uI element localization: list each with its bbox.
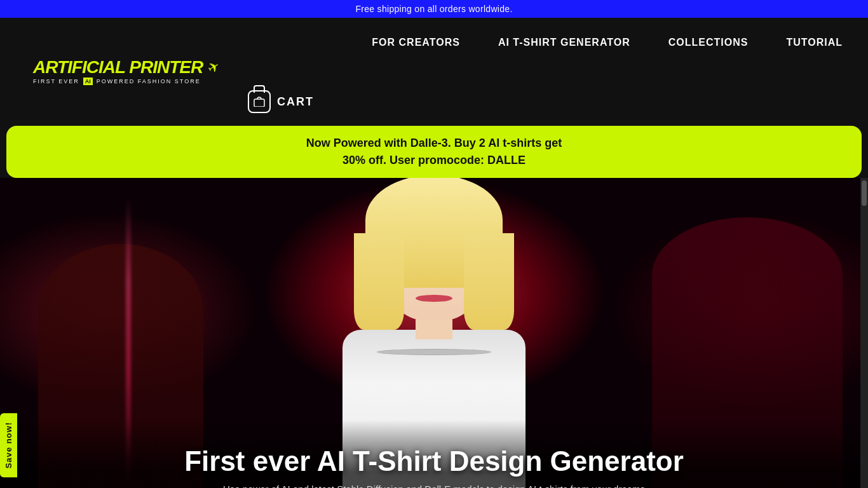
promo-line2: 30% off. User promocode: DALLE <box>19 152 849 169</box>
logo-area[interactable]: ARTIFICIAL PRINTER ✈ FIRST EVER AI POWER… <box>25 53 227 90</box>
svg-rect-0 <box>254 99 264 107</box>
logo-text-powered: POWERED FASHION STORE <box>97 79 201 85</box>
promo-banner: Now Powered with Dalle-3. Buy 2 AI t-shi… <box>6 126 862 178</box>
hero-subtitle: Use power of AI and latest Stable Diffus… <box>13 484 855 488</box>
promo-line1: Now Powered with Dalle-3. Buy 2 AI t-shi… <box>19 135 849 152</box>
hair-right <box>464 233 514 330</box>
logo-text-sub-first: FIRST EVER <box>33 79 79 85</box>
page-wrapper: Free shipping on all orders worldwide. A… <box>0 0 868 488</box>
logo-text-main: ARTIFICIAL PRINTER <box>33 58 203 76</box>
cart-svg-icon <box>254 97 265 107</box>
nav-top-row: FOR CREATORS AI T-SHIRT GENERATOR COLLEC… <box>372 37 843 48</box>
logo-main-line: ARTIFICIAL PRINTER ✈ <box>33 58 219 76</box>
hero-section: Save now! First ever AI T-Shirt Design G… <box>0 178 868 488</box>
save-now-label: Save now! <box>4 422 13 468</box>
cart-label[interactable]: CART <box>277 95 314 109</box>
necklace <box>377 349 491 355</box>
logo-sub-line: FIRST EVER AI POWERED FASHION STORE <box>33 78 219 85</box>
hero-bottom-overlay: First ever AI T-Shirt Design Generator U… <box>0 420 868 488</box>
logo-ai-badge: AI <box>83 78 93 85</box>
scroll-thumb[interactable] <box>862 180 867 206</box>
cart-area[interactable]: CART <box>248 90 314 113</box>
hero-title: First ever AI T-Shirt Design Generator <box>13 445 855 477</box>
nav-item-ai-generator[interactable]: AI T-SHIRT GENERATOR <box>498 37 630 48</box>
hair-left <box>354 233 404 330</box>
lips <box>416 295 452 302</box>
nav-item-collections[interactable]: COLLECTIONS <box>668 37 749 48</box>
announcement-bar: Free shipping on all orders worldwide. <box>0 0 868 18</box>
logo-box[interactable]: ARTIFICIAL PRINTER ✈ FIRST EVER AI POWER… <box>25 53 227 90</box>
logo-plane-icon: ✈ <box>205 57 223 78</box>
cart-icon[interactable] <box>248 90 271 113</box>
scrollbar[interactable] <box>860 178 868 488</box>
header: ARTIFICIAL PRINTER ✈ FIRST EVER AI POWER… <box>0 18 868 126</box>
announcement-text: Free shipping on all orders worldwide. <box>355 4 512 14</box>
nav-item-for-creators[interactable]: FOR CREATORS <box>372 37 460 48</box>
nav-item-tutorial[interactable]: TUTORIAL <box>786 37 843 48</box>
save-now-tab[interactable]: Save now! <box>0 413 17 477</box>
